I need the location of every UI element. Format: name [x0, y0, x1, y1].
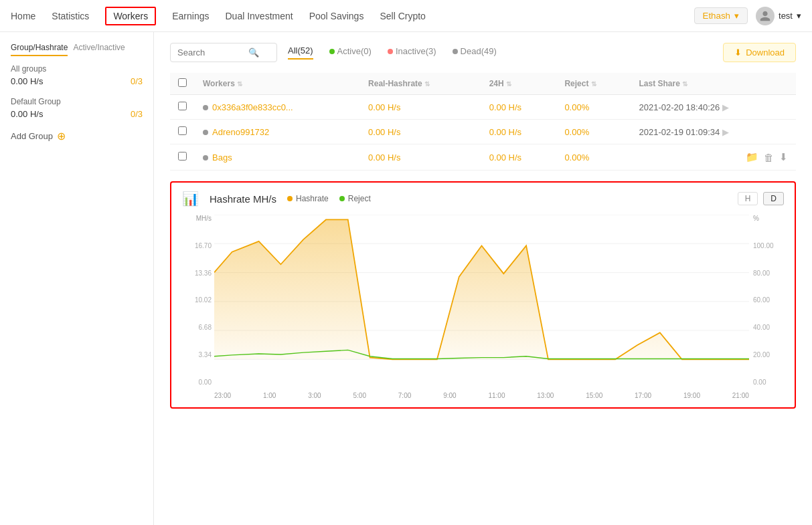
- search-input[interactable]: [177, 47, 244, 58]
- row-arrow-icon-2[interactable]: ▶: [722, 127, 729, 137]
- nav-home[interactable]: Home: [11, 8, 35, 24]
- top-navigation: Home Statistics Workers Earnings Dual In…: [0, 0, 812, 32]
- x-label-6: 11:00: [488, 392, 505, 399]
- filter-tab-all[interactable]: All(52): [288, 45, 313, 60]
- worker-name-2[interactable]: Adreno991732: [212, 127, 269, 137]
- nav-pool-savings[interactable]: Pool Savings: [309, 8, 364, 24]
- y-axis-right: % 100.00 80.00 60.00 40.00 20.00 0.00: [749, 215, 784, 399]
- worker-24h-1: 0.00 H/s: [489, 102, 521, 112]
- x-label-5: 9:00: [443, 392, 456, 399]
- row-checkbox-2[interactable]: [178, 126, 187, 135]
- sidebar-tab-active-inactive[interactable]: Active/Inactive: [73, 43, 125, 56]
- x-label-2: 3:00: [308, 392, 321, 399]
- nav-right: Ethash ▾ test ▾: [694, 7, 801, 25]
- row-actions-3: 📁 🗑 ⬇: [639, 151, 788, 163]
- nav-dual-investment[interactable]: Dual Investment: [226, 8, 293, 24]
- period-h-button[interactable]: H: [738, 192, 758, 205]
- x-label-9: 17:00: [635, 392, 651, 399]
- y-left-unit: MH/s: [182, 215, 214, 222]
- row-checkbox-3[interactable]: [178, 152, 187, 161]
- y-left-val-0: 16.70: [182, 242, 214, 249]
- worker-name-3[interactable]: Bags: [212, 152, 232, 163]
- y-right-val-5: 0.00: [753, 379, 784, 386]
- sort-workers-icon[interactable]: ⇅: [237, 80, 242, 88]
- default-group-count: 0/3: [131, 109, 143, 119]
- x-label-1: 1:00: [263, 392, 276, 399]
- select-all-checkbox[interactable]: [178, 78, 187, 87]
- worker-status-dot-1: [203, 105, 208, 110]
- filter-tabs: All(52) Active(0) Inactive(3) Dead(49): [288, 45, 497, 60]
- legend-reject-dot: [339, 196, 345, 201]
- y-left-val-5: 0.00: [182, 379, 214, 386]
- y-right-unit: %: [753, 215, 784, 222]
- sort-24h-icon[interactable]: ⇅: [506, 80, 511, 88]
- add-group-button[interactable]: Add Group ⊕: [11, 130, 143, 142]
- worker-last-share-1: 2021-02-20 18:40:26: [639, 102, 720, 112]
- x-label-4: 7:00: [398, 392, 411, 399]
- col-last-share: Last Share: [639, 79, 679, 88]
- x-label-11: 21:00: [732, 392, 749, 399]
- x-label-0: 23:00: [214, 392, 231, 399]
- x-label-7: 13:00: [537, 392, 554, 399]
- filter-tab-inactive[interactable]: Inactive(3): [388, 46, 436, 59]
- chart-header: 📊 Hashrate MH/s Hashrate Reject H D: [182, 191, 784, 207]
- filter-bar: 🔍 All(52) Active(0) Inactive(3) Dead(49)…: [170, 43, 796, 62]
- sidebar: Group/Hashrate Active/Inactive All group…: [0, 32, 154, 525]
- worker-last-share-2: 2021-02-19 01:09:34: [639, 127, 720, 137]
- default-group-label: Default Group: [11, 97, 143, 106]
- workers-table: Workers ⇅ Real-Hashrate ⇅ 24H ⇅ Reject ⇅…: [170, 73, 796, 171]
- filter-tab-dead[interactable]: Dead(49): [453, 46, 497, 59]
- active-dot: [329, 49, 335, 54]
- worker-reject-1: 0.00%: [564, 102, 589, 112]
- table-row: Adreno991732 0.00 H/s 0.00 H/s 0.00% 202…: [170, 120, 796, 144]
- worker-hashrate-1: 0.00 H/s: [368, 102, 400, 112]
- algorithm-label: Ethash: [703, 11, 731, 21]
- worker-name-1[interactable]: 0x336a3f0e833cc0...: [212, 102, 293, 112]
- delete-icon[interactable]: 🗑: [764, 152, 774, 163]
- chart-svg-container: 23:00 1:00 3:00 5:00 7:00 9:00 11:00 13:…: [214, 215, 749, 399]
- filter-tab-active[interactable]: Active(0): [329, 46, 372, 59]
- dead-dot: [453, 49, 458, 54]
- download-row-icon[interactable]: ⬇: [779, 151, 788, 163]
- inactive-dot: [388, 49, 393, 54]
- y-left-val-1: 13.36: [182, 270, 214, 277]
- nav-workers[interactable]: Workers: [105, 7, 156, 25]
- nav-sell-crypto[interactable]: Sell Crypto: [380, 8, 425, 24]
- worker-reject-2: 0.00%: [564, 127, 589, 137]
- worker-24h-2: 0.00 H/s: [489, 127, 521, 137]
- period-d-button[interactable]: D: [763, 192, 784, 205]
- user-chevron-icon: ▾: [797, 11, 801, 21]
- sort-last-share-icon[interactable]: ⇅: [682, 80, 687, 88]
- add-icon: ⊕: [57, 130, 66, 142]
- sort-reject-icon[interactable]: ⇅: [591, 80, 596, 88]
- user-menu[interactable]: test ▾: [756, 7, 801, 25]
- chart-title: Hashrate MH/s: [210, 193, 276, 205]
- all-groups-value: 0.00 H/s 0/3: [11, 76, 143, 86]
- y-left-val-3: 6.68: [182, 324, 214, 331]
- y-left-val-4: 3.34: [182, 351, 214, 358]
- nav-statistics[interactable]: Statistics: [52, 8, 89, 24]
- row-arrow-icon-1[interactable]: ▶: [722, 102, 729, 112]
- x-axis-labels: 23:00 1:00 3:00 5:00 7:00 9:00 11:00 13:…: [214, 392, 749, 399]
- table-row: 0x336a3f0e833cc0... 0.00 H/s 0.00 H/s 0.…: [170, 95, 796, 120]
- user-avatar: [756, 7, 775, 25]
- download-button[interactable]: ⬇ Download: [723, 43, 796, 62]
- sidebar-tab-group-hashrate[interactable]: Group/Hashrate: [11, 43, 68, 56]
- sort-hashrate-icon[interactable]: ⇅: [424, 80, 430, 88]
- row-checkbox-1[interactable]: [178, 102, 187, 110]
- chart-icon: 📊: [182, 191, 199, 207]
- download-label: Download: [746, 47, 785, 58]
- username-label: test: [779, 11, 793, 21]
- chart-body: MH/s 16.70 13.36 10.02 6.68 3.34 0.00: [182, 212, 784, 399]
- y-right-val-3: 40.00: [753, 324, 784, 331]
- table-row: Bags 0.00 H/s 0.00 H/s 0.00% 📁 🗑 ⬇: [170, 144, 796, 171]
- worker-hashrate-3: 0.00 H/s: [368, 152, 400, 163]
- y-right-val-2: 60.00: [753, 296, 784, 304]
- worker-status-dot-3: [203, 155, 208, 161]
- main-layout: Group/Hashrate Active/Inactive All group…: [0, 32, 812, 525]
- folder-icon[interactable]: 📁: [746, 151, 758, 163]
- sidebar-default-group: Default Group 0.00 H/s 0/3: [11, 97, 143, 119]
- algorithm-selector[interactable]: Ethash ▾: [694, 7, 748, 24]
- nav-earnings[interactable]: Earnings: [172, 8, 209, 24]
- search-box[interactable]: 🔍: [170, 43, 277, 62]
